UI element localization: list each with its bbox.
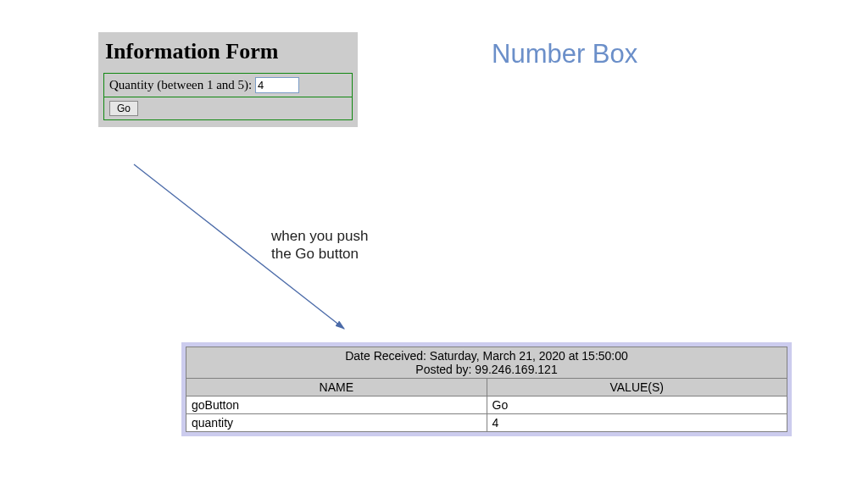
form-table: Quantity (between 1 and 5): Go xyxy=(103,73,353,120)
caption-text: when you push the Go button xyxy=(271,227,368,263)
row-value: 4 xyxy=(487,414,787,432)
form-heading: Information Form xyxy=(105,39,353,64)
date-received-value: Saturday, March 21, 2020 at 15:50:00 xyxy=(430,349,628,363)
go-cell: Go xyxy=(104,97,353,120)
col-name-header: NAME xyxy=(186,379,487,396)
slide-title: Number Box xyxy=(492,39,637,69)
quantity-label: Quantity (between 1 and 5): xyxy=(109,78,252,92)
result-panel: Date Received: Saturday, March 21, 2020 … xyxy=(181,342,792,436)
row-value: Go xyxy=(487,396,787,414)
information-form-panel: Information Form Quantity (between 1 and… xyxy=(98,32,358,127)
caption-line1: when you push xyxy=(271,228,368,244)
go-button[interactable]: Go xyxy=(109,101,138,116)
table-row: quantity 4 xyxy=(186,414,787,432)
result-header: Date Received: Saturday, March 21, 2020 … xyxy=(186,347,787,379)
quantity-stepper[interactable] xyxy=(255,77,299,93)
table-row: goButton Go xyxy=(186,396,787,414)
col-values-header: VALUE(S) xyxy=(487,379,787,396)
posted-by-label: Posted by: xyxy=(415,363,471,376)
date-received-label: Date Received: xyxy=(345,349,426,363)
posted-by-value: 99.246.169.121 xyxy=(475,363,557,376)
result-table: Date Received: Saturday, March 21, 2020 … xyxy=(186,347,787,432)
quantity-cell: Quantity (between 1 and 5): xyxy=(104,74,353,97)
row-name: goButton xyxy=(186,396,487,414)
row-name: quantity xyxy=(186,414,487,432)
caption-line2: the Go button xyxy=(271,246,359,262)
